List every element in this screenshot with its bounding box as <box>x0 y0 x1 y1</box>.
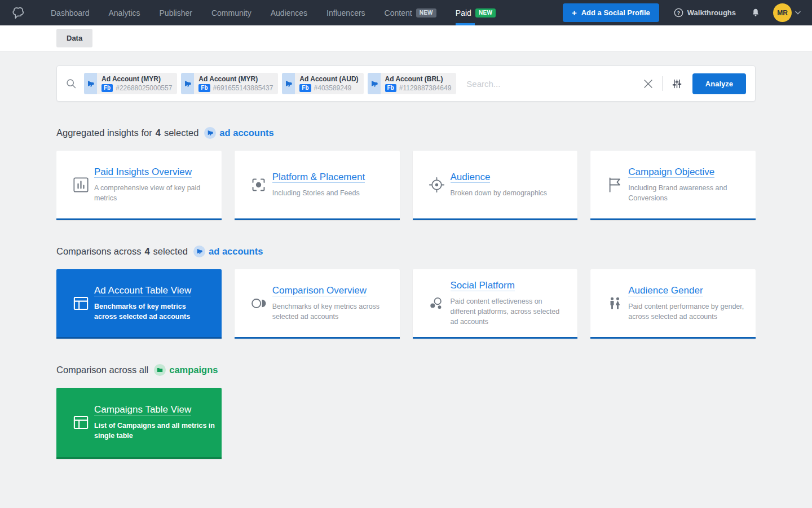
card-title-link[interactable]: Audience <box>451 172 491 183</box>
nav-item-paid[interactable]: Paid NEW <box>446 0 505 25</box>
ad-accounts-link[interactable]: ad accounts <box>209 246 263 257</box>
campaigns-link[interactable]: campaigns <box>169 365 218 375</box>
selected-account-chips: Ad Account (MYR) Fb #22688025000557 Ad A… <box>84 73 456 94</box>
paid-new-badge: NEW <box>475 8 496 17</box>
card-description: Broken down by demographics <box>451 188 548 198</box>
table-icon <box>72 295 90 312</box>
facebook-badge: Fb <box>102 84 113 92</box>
notifications-bell-icon[interactable] <box>751 7 761 18</box>
ad-accounts-badge <box>193 246 205 257</box>
section-heading-campaigns: Comparison across all campaigns <box>56 364 756 376</box>
card-description: Benchmarks of key metrics across selecte… <box>272 301 388 322</box>
bubbles-icon <box>428 295 445 312</box>
chip-title: Ad Account (MYR) <box>102 75 172 84</box>
chip-account-id: #1129887384649 <box>399 84 452 92</box>
card-paid-insights-overview[interactable]: Paid Insights Overview A comprehensive v… <box>56 151 222 220</box>
ad-account-chip[interactable]: Ad Account (MYR) Fb #691655143885437 <box>181 73 278 94</box>
card-campaign-objective[interactable]: Campaign Objective Including Brand aware… <box>590 151 756 220</box>
search-bar: Ad Account (MYR) Fb #22688025000557 Ad A… <box>56 65 756 102</box>
card-audience[interactable]: Audience Broken down by demographics <box>413 151 578 220</box>
card-description: A comprehensive view of key paid metrics <box>94 183 210 203</box>
top-navigation: Dashboard Analytics Publisher Community … <box>0 0 812 25</box>
analyze-button[interactable]: Analyze <box>692 73 746 94</box>
ad-account-chip[interactable]: Ad Account (MYR) Fb #22688025000557 <box>84 73 177 94</box>
clear-search-icon[interactable] <box>642 77 655 90</box>
card-comparison-overview[interactable]: Comparison Overview Benchmarks of key me… <box>235 269 400 339</box>
card-title-link[interactable]: Campaigns Table View <box>94 404 191 415</box>
card-ad-account-table-view[interactable]: Ad Account Table View Benchmarks of key … <box>56 269 222 339</box>
card-title-link[interactable]: Paid Insights Overview <box>94 167 192 178</box>
placement-icon <box>250 176 267 194</box>
chevron-down-icon <box>795 11 801 15</box>
selected-count: 4 <box>144 246 149 257</box>
card-title-link[interactable]: Campaign Objective <box>628 167 714 178</box>
walkthroughs-button[interactable]: ? Walkthroughs <box>674 8 736 17</box>
card-platform-placement[interactable]: Platform & Placement Including Stories a… <box>235 151 400 220</box>
facebook-badge: Fb <box>299 84 311 92</box>
card-title-link[interactable]: Ad Account Table View <box>94 285 191 296</box>
tab-data[interactable]: Data <box>56 29 92 47</box>
secondary-bar: Data <box>0 25 812 51</box>
section-heading-comparisons: Comparisons across 4 selected ad account… <box>56 246 756 257</box>
section-heading-aggregated: Aggregated insights for 4 selected ad ac… <box>56 127 756 139</box>
card-campaigns-table-view[interactable]: Campaigns Table View List of Campaigns a… <box>56 388 222 459</box>
facebook-badge: Fb <box>198 84 210 92</box>
question-circle-icon: ? <box>674 8 683 17</box>
ad-accounts-badge <box>204 127 216 139</box>
app-logo-icon[interactable] <box>10 5 25 20</box>
selected-count: 4 <box>156 128 161 138</box>
aggregated-insights-cards: Paid Insights Overview A comprehensive v… <box>56 151 756 220</box>
filter-sliders-icon[interactable] <box>670 77 684 91</box>
card-title-link[interactable]: Audience Gender <box>628 285 703 296</box>
svg-text:?: ? <box>677 10 680 16</box>
nav-item-influencers[interactable]: Influencers <box>317 0 374 25</box>
plus-icon: + <box>572 8 577 17</box>
nav-item-audiences[interactable]: Audiences <box>261 0 317 25</box>
ad-accounts-link[interactable]: ad accounts <box>219 128 273 138</box>
chip-account-id: #22688025000557 <box>116 84 172 92</box>
people-icon <box>606 295 624 312</box>
add-social-profile-button[interactable]: + Add a Social Profile <box>563 3 659 22</box>
card-description: List of Campaigns and all metrics in sin… <box>94 421 219 441</box>
search-icon <box>66 78 77 89</box>
chip-title: Ad Account (BRL) <box>385 75 452 84</box>
nav-right-actions: + Add a Social Profile ? Walkthroughs MR <box>563 3 801 22</box>
folder-icon <box>157 367 163 373</box>
chip-account-id: #691655143885437 <box>213 84 273 92</box>
card-description: Including Brand awareness and Conversion… <box>628 183 744 203</box>
card-description: Benchmarks of key metrics across selecte… <box>94 301 210 322</box>
divider <box>662 76 663 91</box>
table-icon <box>72 414 90 431</box>
ad-account-chip[interactable]: Ad Account (BRL) Fb #1129887384649 <box>368 73 457 94</box>
nav-item-community[interactable]: Community <box>202 0 261 25</box>
megaphone-icon <box>87 80 94 87</box>
ad-account-chip[interactable]: Ad Account (AUD) Fb #403589249 <box>282 73 363 94</box>
card-audience-gender[interactable]: Audience Gender Paid content performance… <box>590 269 756 339</box>
card-description: Paid content performance by gender, acro… <box>628 301 744 322</box>
megaphone-icon <box>196 248 202 255</box>
comparison-cards: Ad Account Table View Benchmarks of key … <box>56 269 756 339</box>
megaphone-icon <box>370 80 378 87</box>
user-menu[interactable]: MR <box>773 3 801 22</box>
nav-item-analytics[interactable]: Analytics <box>99 0 150 25</box>
megaphone-icon <box>285 80 292 87</box>
content-new-badge: NEW <box>416 8 436 17</box>
bar-chart-icon <box>72 176 90 194</box>
nav-item-content[interactable]: Content NEW <box>375 0 446 25</box>
flag-icon <box>606 176 624 194</box>
active-tab-underline <box>456 23 475 25</box>
chip-title: Ad Account (AUD) <box>299 75 358 84</box>
card-title-link[interactable]: Comparison Overview <box>272 285 367 296</box>
card-title-link[interactable]: Social Platform <box>451 280 515 291</box>
main-content: Ad Account (MYR) Fb #22688025000557 Ad A… <box>0 51 812 459</box>
nav-item-dashboard[interactable]: Dashboard <box>41 0 99 25</box>
card-title-link[interactable]: Platform & Placement <box>272 172 365 183</box>
megaphone-icon <box>207 130 213 136</box>
nav-item-publisher[interactable]: Publisher <box>150 0 202 25</box>
card-description: Paid content effectiveness on different … <box>451 296 566 327</box>
card-social-platform[interactable]: Social Platform Paid content effectivene… <box>413 269 578 339</box>
target-icon <box>428 176 445 194</box>
megaphone-icon <box>184 80 191 87</box>
search-input[interactable] <box>466 79 642 89</box>
chip-title: Ad Account (MYR) <box>198 75 273 84</box>
